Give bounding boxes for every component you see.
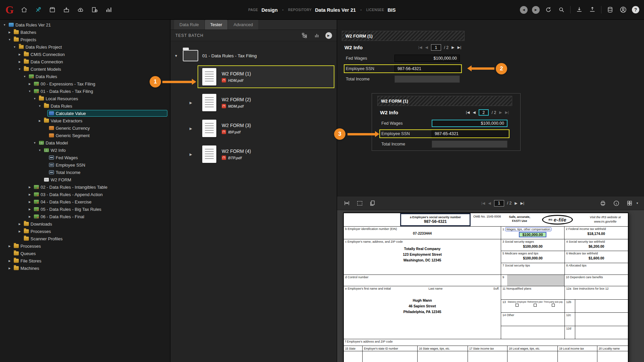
tree-item-value-extractors[interactable]: ▶Value Extractors bbox=[0, 117, 170, 124]
upload-icon[interactable] bbox=[588, 5, 597, 14]
expand-icon[interactable]: ▶ bbox=[17, 53, 22, 56]
tree-item-data-rules-ver-21[interactable]: ▼Data Rules Ver 21 bbox=[0, 21, 170, 28]
batch-folder-row[interactable]: ▼ 01 - Data Rules - Tax Filing bbox=[173, 50, 337, 61]
expand-icon[interactable]: ▶ bbox=[27, 193, 32, 196]
checkbox[interactable] bbox=[552, 304, 555, 307]
tree-item-employee-ssn[interactable]: Employee SSN bbox=[0, 161, 170, 169]
previous-record-icon[interactable]: ◀ bbox=[425, 45, 428, 50]
info-icon[interactable] bbox=[612, 199, 621, 207]
collapse-icon[interactable]: ▼ bbox=[32, 141, 37, 144]
tree-item-cmis-connection[interactable]: ▶CMIS Connection bbox=[0, 51, 170, 58]
w2-box-a-zone[interactable]: a Employee's social security number 987-… bbox=[400, 213, 471, 226]
document-row[interactable]: ▶W2 FORM (3)IBP.pdf bbox=[198, 117, 334, 140]
chevron-down-icon[interactable]: ▼ bbox=[636, 202, 639, 205]
expand-icon[interactable]: ▶ bbox=[190, 127, 192, 130]
tasks-icon[interactable] bbox=[90, 5, 99, 14]
search-icon[interactable] bbox=[557, 5, 566, 14]
field-value-input[interactable] bbox=[394, 75, 460, 83]
next-record-icon[interactable]: ▶ bbox=[499, 110, 502, 115]
collapse-icon[interactable]: ▼ bbox=[32, 97, 37, 100]
tree-item-00-expressions-tax-filing[interactable]: ▶00 - Expressions - Tax Filing bbox=[0, 80, 170, 87]
w2-document[interactable]: a Employee's social security number 987-… bbox=[343, 213, 629, 362]
pages-icon[interactable] bbox=[368, 199, 377, 207]
hierarchy-view-icon[interactable] bbox=[300, 31, 309, 40]
expand-icon[interactable]: ▶ bbox=[17, 230, 22, 233]
back-icon[interactable]: ◄ bbox=[520, 6, 528, 14]
expand-icon[interactable]: ▶ bbox=[17, 223, 22, 226]
tree-item-queues[interactable]: Queues bbox=[0, 250, 170, 257]
home-icon[interactable] bbox=[20, 5, 29, 14]
layout-icon[interactable] bbox=[625, 199, 634, 207]
page-number-input[interactable]: 1 bbox=[494, 200, 504, 206]
field-value-input[interactable]: $100,000.00 bbox=[432, 120, 507, 127]
collapse-icon[interactable]: ▼ bbox=[7, 38, 12, 41]
tree-item-fed-wages[interactable]: Fed Wages bbox=[0, 154, 170, 161]
tree-item-generic-currency[interactable]: Generic Currency bbox=[0, 124, 170, 132]
last-record-icon[interactable]: ▶| bbox=[458, 45, 461, 50]
tree-item-batches[interactable]: ▶Batches bbox=[0, 28, 170, 36]
print-icon[interactable] bbox=[598, 199, 607, 207]
expand-icon[interactable]: ▶ bbox=[27, 208, 32, 211]
collapse-icon[interactable]: ▼ bbox=[12, 46, 17, 49]
expand-icon[interactable]: ▶ bbox=[27, 200, 32, 203]
expand-icon[interactable]: ▶ bbox=[190, 101, 192, 105]
tree-item-downloads[interactable]: ▶Downloads bbox=[0, 220, 170, 228]
tree-item-projects[interactable]: ▼Projects bbox=[0, 36, 170, 43]
checkbox[interactable] bbox=[534, 304, 537, 307]
document-row[interactable]: ▶W2 FORM (4)BTP.pdf bbox=[198, 143, 334, 166]
tab-advanced[interactable]: Advanced bbox=[228, 20, 258, 29]
batches-icon[interactable] bbox=[48, 5, 57, 14]
help-icon[interactable]: ? bbox=[632, 6, 639, 13]
tree-item-processes[interactable]: ▶Processes bbox=[0, 242, 170, 250]
tree-item-machines[interactable]: ▶Machines bbox=[0, 264, 170, 272]
tree-item-calculate-value[interactable]: Calculate Value bbox=[0, 110, 170, 117]
tab-tester[interactable]: Tester bbox=[205, 20, 227, 29]
collapse-icon[interactable]: ▼ bbox=[2, 23, 7, 26]
collapse-icon[interactable]: ▼ bbox=[22, 75, 27, 78]
collapse-icon[interactable]: ▼ bbox=[27, 90, 32, 93]
tree-item-03-data-rules-append-action[interactable]: ▶03 - Data Rules - Append Action bbox=[0, 191, 170, 198]
expand-icon[interactable]: ▶ bbox=[27, 82, 32, 85]
collapse-icon[interactable]: ▼ bbox=[37, 149, 42, 152]
collapse-icon[interactable]: ▼ bbox=[37, 105, 42, 108]
w2-box-1-value[interactable]: $100,000.00 bbox=[519, 232, 546, 237]
expand-icon[interactable]: ▶ bbox=[7, 267, 12, 270]
first-page-icon[interactable]: |◀ bbox=[481, 201, 485, 205]
tree-item-data-rules[interactable]: ▼Data Rules bbox=[0, 102, 170, 110]
tree-item-01-data-rules-tax-filing[interactable]: ▼01 - Data Rules - Tax Filing bbox=[0, 87, 170, 95]
tree-item-content-models[interactable]: ▼Content Models bbox=[0, 65, 170, 73]
field-value-input[interactable]: 987-65-4321 bbox=[432, 130, 507, 137]
tree-item-generic-segment[interactable]: Generic Segment bbox=[0, 132, 170, 139]
expand-icon[interactable]: ▶ bbox=[7, 259, 12, 262]
tree-item-processes[interactable]: ▶Processes bbox=[0, 228, 170, 235]
refresh-icon[interactable] bbox=[544, 5, 553, 14]
expand-icon[interactable]: ▶ bbox=[27, 215, 32, 218]
tree-item-data-rules-project[interactable]: ▼Data Rules Project bbox=[0, 43, 170, 51]
stats-icon[interactable] bbox=[104, 5, 113, 14]
checkbox[interactable] bbox=[516, 304, 519, 307]
tab-data-rule[interactable]: Data Rule bbox=[174, 20, 204, 29]
download-icon[interactable] bbox=[575, 5, 584, 14]
database-icon[interactable] bbox=[606, 5, 614, 14]
field-value-input[interactable] bbox=[432, 140, 507, 148]
statistics-icon[interactable] bbox=[313, 31, 321, 40]
tree-item-total-income[interactable]: Total Income bbox=[0, 169, 170, 176]
collapse-icon[interactable]: ▼ bbox=[17, 68, 22, 71]
tree-item-04-data-rules-exercise[interactable]: ▶04 - Data Rules - Exercise bbox=[0, 198, 170, 205]
user-icon[interactable] bbox=[619, 5, 628, 14]
expand-icon[interactable]: ▶ bbox=[37, 119, 42, 122]
select-zone-icon[interactable] bbox=[355, 199, 364, 207]
next-page-icon[interactable]: ▶ bbox=[515, 201, 517, 205]
document-row[interactable]: ▶W2 FORM (2)MDM.pdf bbox=[198, 91, 334, 114]
forward-icon[interactable]: ► bbox=[532, 6, 540, 14]
last-record-icon[interactable]: ▶| bbox=[505, 110, 509, 115]
field-value-input[interactable]: $100,000.00 bbox=[394, 55, 460, 62]
expand-icon[interactable]: ▶ bbox=[7, 31, 12, 34]
record-number-input[interactable]: 2 bbox=[479, 109, 489, 116]
last-page-icon[interactable]: ▶| bbox=[521, 201, 524, 205]
tree-item-w2-info[interactable]: ▼W2 Info bbox=[0, 146, 170, 154]
tree-item-05-data-rules-big-tax-rules[interactable]: ▶05 - Data Rules - Big Tax Rules bbox=[0, 205, 170, 213]
expand-icon[interactable]: ▶ bbox=[27, 186, 32, 189]
tools-icon[interactable] bbox=[34, 5, 43, 14]
record-number-input[interactable]: 1 bbox=[431, 44, 441, 51]
